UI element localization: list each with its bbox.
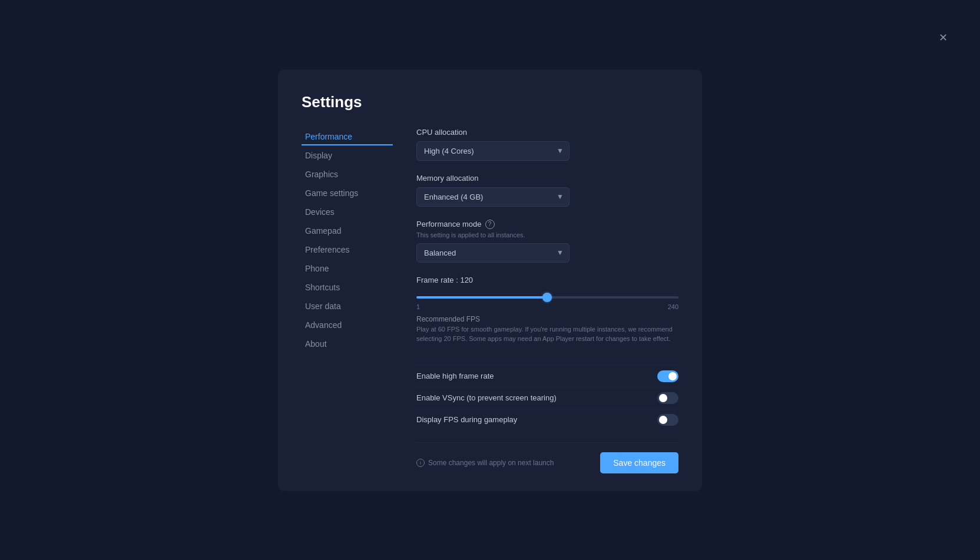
fps-recommended-title: Recommended FPS [416,315,678,323]
footer-note: i Some changes will apply on next launch [416,459,554,467]
frame-rate-slider[interactable] [416,296,678,299]
toggle-label-display-fps: Display FPS during gameplay [416,415,517,424]
sidebar-item-preferences[interactable]: Preferences [302,241,393,259]
settings-body: Performance Display Graphics Game settin… [302,128,678,473]
toggle-row-high-frame-rate: Enable high frame rate [416,365,678,387]
performance-mode-help-icon[interactable]: ? [485,220,495,229]
toggle-display-fps[interactable] [657,414,678,426]
footer: i Some changes will apply on next launch… [416,442,678,473]
toggle-high-frame-rate[interactable] [657,370,678,382]
frame-rate-slider-container [416,290,678,301]
sidebar-item-gamepad[interactable]: Gamepad [302,222,393,240]
fps-description: Recommended FPS Play at 60 FPS for smoot… [416,315,678,344]
sidebar-item-game-settings[interactable]: Game settings [302,184,393,202]
sidebar-item-about[interactable]: About [302,335,393,353]
performance-mode-hint: This setting is applied to all instances… [416,231,678,238]
cpu-allocation-dropdown-wrapper: Low (1 Core) Medium (2 Cores) High (4 Co… [416,141,570,161]
toggle-label-high-frame-rate: Enable high frame rate [416,372,494,380]
cpu-allocation-dropdown[interactable]: Low (1 Core) Medium (2 Cores) High (4 Co… [416,141,570,161]
sidebar-item-phone[interactable]: Phone [302,260,393,277]
slider-min-label: 1 [416,303,420,310]
sidebar-item-performance[interactable]: Performance [302,128,393,145]
sidebar-item-advanced[interactable]: Advanced [302,316,393,334]
sidebar-item-user-data[interactable]: User data [302,297,393,315]
toggle-label-vsync: Enable VSync (to prevent screen tearing) [416,393,557,402]
frame-rate-label: Frame rate : 120 [416,276,678,284]
save-changes-button[interactable]: Save changes [600,452,678,473]
settings-panel: Settings Performance Display Graphics Ga… [278,69,702,491]
toggle-knob-vsync [659,394,667,402]
fps-recommended-text: Play at 60 FPS for smooth gameplay. If y… [416,324,678,344]
memory-allocation-dropdown-wrapper: Low (1 GB) Standard (2 GB) Enhanced (4 G… [416,187,570,207]
close-button[interactable]: ✕ [939,32,948,43]
memory-allocation-label: Memory allocation [416,174,678,183]
memory-allocation-section: Memory allocation Low (1 GB) Standard (2… [416,174,678,207]
sidebar: Performance Display Graphics Game settin… [302,128,393,473]
toggles-container: Enable high frame rate Enable VSync (to … [416,365,678,430]
cpu-allocation-section: CPU allocation Low (1 Core) Medium (2 Co… [416,128,678,161]
performance-mode-dropdown-wrapper: Power Saver Balanced High Performance ▼ [416,243,570,263]
sidebar-item-graphics[interactable]: Graphics [302,165,393,183]
performance-mode-header: Performance mode ? [416,220,678,229]
settings-title: Settings [302,93,678,111]
performance-mode-section: Performance mode ? This setting is appli… [416,220,678,263]
slider-max-label: 240 [668,303,678,310]
toggle-row-vsync: Enable VSync (to prevent screen tearing) [416,387,678,409]
cpu-allocation-label: CPU allocation [416,128,678,137]
performance-mode-dropdown[interactable]: Power Saver Balanced High Performance [416,243,570,263]
toggle-knob-high-frame-rate [668,372,677,380]
footer-info-icon: i [416,459,425,467]
frame-rate-section: Frame rate : 120 1 240 Recommended FPS P… [416,276,678,352]
toggle-knob-display-fps [659,416,667,424]
main-content: CPU allocation Low (1 Core) Medium (2 Co… [416,128,678,473]
memory-allocation-dropdown[interactable]: Low (1 GB) Standard (2 GB) Enhanced (4 G… [416,187,570,207]
slider-range-labels: 1 240 [416,303,678,310]
sidebar-item-shortcuts[interactable]: Shortcuts [302,279,393,296]
sidebar-item-display[interactable]: Display [302,147,393,164]
performance-mode-label: Performance mode [416,220,482,228]
toggle-vsync[interactable] [657,392,678,404]
sidebar-item-devices[interactable]: Devices [302,203,393,221]
toggle-row-display-fps: Display FPS during gameplay [416,409,678,430]
footer-note-text: Some changes will apply on next launch [428,459,554,467]
